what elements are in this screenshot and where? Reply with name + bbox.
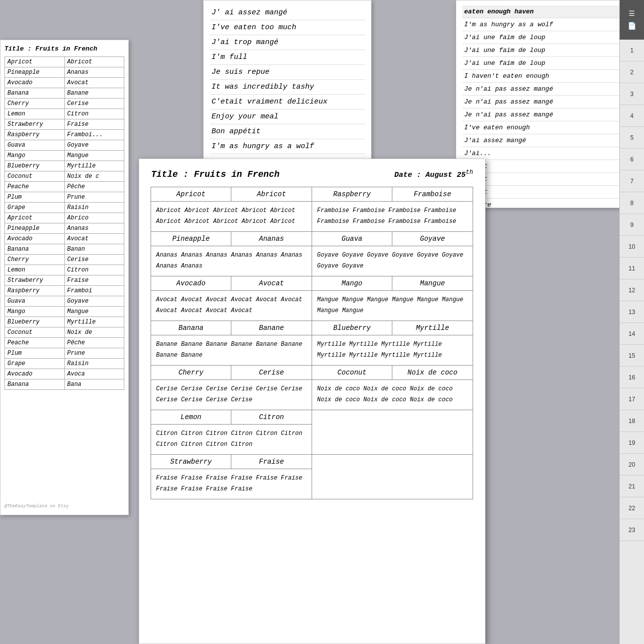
phrase-line-right: J'ai t [462,186,638,199]
phrase-line-right: Je n'ai pas assez mangé [462,83,638,96]
sidebar-number[interactable]: 10 [620,236,644,258]
sidebar-number[interactable]: 4 [620,105,644,127]
sidebar-num-label: 20 [629,461,635,468]
sidebar-number[interactable]: 3 [620,83,644,105]
phrase-line-right: I'm as hungry as a wolf [462,18,638,31]
fruit-section-header: Mango Mangue [312,276,473,291]
fruit-french: Ananas [64,67,124,78]
sidebar-num-label: 3 [630,91,634,98]
fruit-practice-right: Myrtille Myrtille Myrtille Myrtille Myrt… [312,335,473,365]
phrase-line: It was incredibly tashy [210,80,365,95]
fruit-french: Banan [64,244,124,255]
sidebar-number[interactable]: 18 [620,410,644,432]
sidebar-number[interactable]: 5 [620,127,644,149]
fruit-section-header: Banana Banane [151,321,312,335]
fruit-french: Pêche [64,338,124,348]
fruit-section-left: Banana Banane Banane Banane Banane Banan… [151,321,312,366]
fruit-french: Goyave [64,140,124,151]
left-fruit-table: ApricotAbricotPineappleAnanasAvocadoAvoc… [4,56,124,390]
phrase-line-right: Je n'ai pas assez mangé [462,96,638,108]
fruit-french: Avocat [64,78,124,88]
left-fruit-row: GuavaGoyave [5,296,124,307]
fruit-french: Myrtille [64,161,124,171]
fruit-french-header: Avocat [231,276,312,290]
sidebar-number[interactable]: 11 [620,258,644,279]
sidebar-num-label: 5 [630,134,634,141]
left-fruit-row: AvocadoAvoca [5,369,124,379]
sidebar-number[interactable]: 23 [620,519,644,541]
sidebar-num-label: 6 [630,156,634,163]
fruit-practice-right-empty [312,455,473,494]
left-fruit-row: BlueberryMyrtille [5,317,124,327]
fruit-french: Raisin [64,203,124,213]
fruit-english: Plum [5,192,65,203]
sidebar-number[interactable]: 13 [620,301,644,323]
sidebar-number[interactable]: 9 [620,214,644,236]
fruit-english-header: Blueberry [312,321,392,335]
fruit-english: Raspberry [5,130,65,140]
fruit-section-left: Strawberry Fraise Fraise Fraise Fraise F… [151,454,312,499]
sidebar-num-label: 12 [629,287,635,294]
fruit-english-header: Strawberry [151,455,231,469]
sidebar-num-label: 18 [629,418,635,425]
fruit-section-header: Blueberry Myrtille [312,321,473,335]
sidebar-number[interactable]: 16 [620,367,644,388]
fruit-practice-left: Ananas Ananas Ananas Ananas Ananas Anana… [151,246,312,276]
fruit-french: Framboi [64,286,124,296]
sidebar-numbers: ☰ 📄 123456789101112131415161718192021222… [619,0,644,644]
sidebar-num-label: 10 [629,243,635,250]
fruit-section-right [312,410,473,455]
sidebar-number[interactable]: 12 [620,279,644,301]
fruit-french: Prune [64,192,124,203]
sidebar-number[interactable]: 17 [620,388,644,410]
document-icon[interactable]: 📄 [628,22,636,30]
fruit-practice-left: Fraise Fraise Fraise Fraise Fraise Frais… [151,469,312,499]
sidebar-number[interactable]: 1 [620,40,644,61]
sidebar-number[interactable]: 6 [620,149,644,170]
left-fruit-row: MangoMangue [5,151,124,161]
phrase-line: C'etait vraiment delicieux [210,95,365,109]
sidebar-number[interactable]: 8 [620,192,644,214]
fruit-french-header: Framboise [392,187,473,201]
phrase-line: Enjoy your meal [210,109,365,124]
left-fruit-row: BananaBanane [5,88,124,99]
left-page: Title : Fruits in French ApricotAbricotP… [0,40,129,515]
left-fruit-row: PineappleAnanas [5,67,124,78]
fruit-french-header: Mangue [392,276,473,290]
sidebar-number[interactable]: 2 [620,61,644,83]
sidebar-number[interactable]: 22 [620,497,644,519]
fruit-english: Peache [5,182,65,192]
fruit-section-header: Coconut Noix de coco [312,366,473,380]
main-fruit-grid: Apricot Abricot Abricot Abricot Abricot … [151,187,473,499]
left-fruit-row: BananaBana [5,379,124,390]
sidebar-number[interactable]: 21 [620,476,644,497]
sidebar-number[interactable]: 7 [620,170,644,192]
phrase-line: J'ai trop mangé [210,35,365,50]
fruit-section-left: Apricot Abricot Abricot Abricot Abricot … [151,187,312,232]
fruit-english: Strawberry [5,275,65,286]
left-fruit-row: RaspberryFramboi... [5,130,124,140]
phrase-line: Bon appétit [210,124,365,139]
fruit-english: Grape [5,203,65,213]
sidebar-number[interactable]: 19 [620,432,644,454]
left-fruit-row: GrapeRaisin [5,203,124,213]
fruit-english: Lemon [5,109,65,119]
left-fruit-row: CoconutNoix de c [5,171,124,182]
left-fruit-row: StrawberryFraise [5,275,124,286]
fruit-french-header: Abricot [231,187,312,201]
sidebar-num-label: 2 [630,69,634,76]
fruit-french: Ananas [64,223,124,234]
watermark: @TheEasyTemplate on Etsy [4,504,69,509]
phrase-line-right: J'ai assez mangé [462,134,638,147]
sidebar-number[interactable]: 14 [620,323,644,345]
phrase-line: I'm as hungry as a wolf [210,139,365,154]
phrase-line-right: J'ai t [462,173,638,186]
menu-icon[interactable]: ☰ [629,9,635,18]
fruit-section-header: Strawberry Fraise [151,455,312,469]
sidebar-number[interactable]: 20 [620,454,644,476]
left-fruit-row: GuavaGoyave [5,140,124,151]
fruit-section-header: Raspberry Framboise [312,187,473,202]
sidebar-num-label: 1 [630,47,634,54]
fruit-english: Pineapple [5,67,65,78]
sidebar-number[interactable]: 15 [620,345,644,367]
